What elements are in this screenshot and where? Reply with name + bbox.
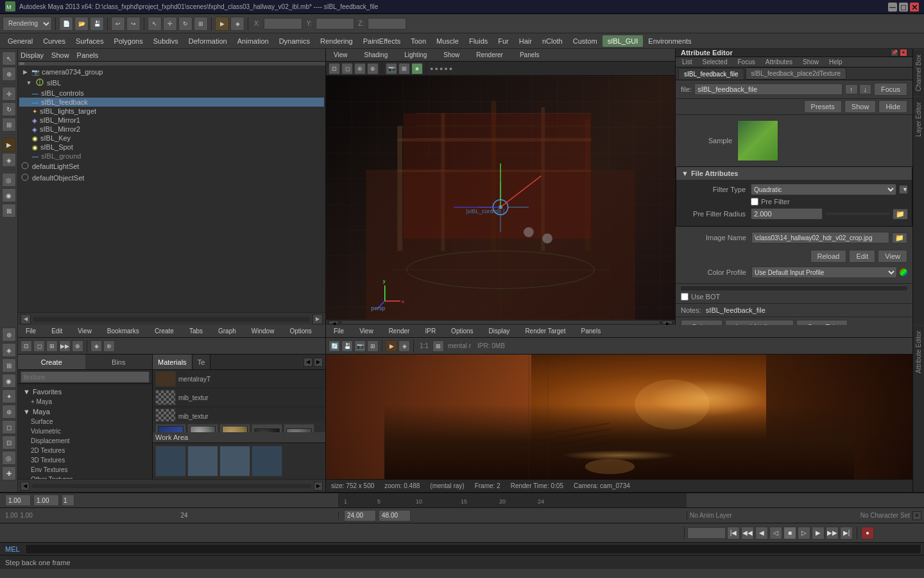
mat-thumb-5[interactable] [284, 424, 314, 432]
menu-curves[interactable]: Curves [38, 35, 71, 47]
nc-tab-create[interactable]: Create [18, 355, 85, 369]
mat-thumb-ball-1[interactable]: ball_... [155, 424, 186, 432]
rv-ipr-menu[interactable]: IPR [420, 326, 441, 337]
ae-tab-focus[interactable]: Focus [733, 57, 758, 67]
timeline-track[interactable]: 1 5 10 15 20 24 [339, 493, 687, 507]
ne-graph-menu[interactable]: Graph [213, 326, 241, 337]
menu-sibl-gui[interactable]: sIBL_GUI [603, 35, 644, 47]
vp-mode-btn[interactable]: ■ [411, 63, 423, 74]
render-current-button[interactable]: ▶ [2, 137, 16, 152]
translate-button[interactable]: ✛ [163, 17, 177, 31]
vp-view-menu[interactable]: View [329, 49, 353, 60]
tree-item-sibl-ground[interactable]: — sIBL_ground [19, 152, 324, 161]
ae-hide-button[interactable]: Hide [878, 100, 907, 113]
ae-use-bot-checkbox[interactable] [681, 293, 689, 301]
mat-thumb-ball-2[interactable]: ball_... [187, 424, 218, 432]
rv-display-menu[interactable]: Display [484, 326, 515, 337]
menu-surfaces[interactable]: Surfaces [71, 35, 108, 47]
work-thumb-1[interactable] [155, 446, 186, 477]
rv-toolbar-btn-2[interactable]: 💾 [341, 340, 353, 352]
nc-tab-bins[interactable]: Bins [85, 355, 153, 369]
ipr-tool-button[interactable]: ◈ [2, 153, 16, 167]
outliner-scroll-left[interactable]: ◀ [21, 314, 31, 324]
ae-tab-show[interactable]: Show [799, 57, 823, 67]
mat-tab-te[interactable]: Te [193, 355, 211, 369]
top-viewport-canvas[interactable]: |sIBL_controls | x y persp [326, 76, 675, 320]
tree-item-sibl-spot[interactable]: ◉ sIBL_Spot [19, 143, 324, 152]
channel-box-tab[interactable]: Channel Box [913, 49, 924, 96]
menu-rendering[interactable]: Rendering [315, 35, 358, 47]
ae-import-button[interactable]: ↑ [845, 84, 858, 94]
menu-ncloth[interactable]: nCloth [537, 35, 568, 47]
ne-toolbar-btn-3[interactable]: ⊞ [46, 340, 58, 352]
rv-ratio-btn[interactable]: ⊠ [432, 340, 444, 352]
ae-node-tab-feedback-file[interactable]: sIBL_feedback_file [678, 68, 744, 80]
lt-bottom-btn-3[interactable]: ⊞ [2, 358, 16, 372]
rv-rendertarget-menu[interactable]: Render Target [520, 326, 570, 337]
node-cat-favorites[interactable]: ▼ Favorites [21, 387, 150, 397]
menu-general[interactable]: General [3, 35, 38, 47]
lt-bottom-btn-5[interactable]: ✦ [2, 389, 16, 403]
vp-scroll-right[interactable]: ▶ [662, 320, 672, 324]
redo-button[interactable]: ↪ [126, 17, 141, 31]
ne-scroll-right[interactable]: ▶ [314, 482, 323, 491]
ae-pre-filter-folder-btn[interactable]: 📁 [893, 209, 908, 220]
ae-body-scrollbar[interactable] [681, 286, 907, 290]
fr-anim-start[interactable] [344, 510, 376, 521]
tree-item-sibl[interactable]: ▼ sIBL [19, 77, 324, 89]
ae-focus-button[interactable]: Focus [874, 83, 907, 96]
ne-tabs-menu[interactable]: Tabs [184, 326, 208, 337]
rotate-tool-button[interactable]: ↻ [2, 102, 16, 116]
transport-play-back[interactable]: ◁ [769, 527, 782, 539]
menu-muscle[interactable]: Muscle [431, 35, 464, 47]
transport-frame-display[interactable]: 2.00 [687, 527, 726, 539]
lt-bottom-btn-9[interactable]: ◎ [2, 451, 16, 465]
menu-toon[interactable]: Toon [406, 35, 431, 47]
z-input[interactable] [368, 18, 406, 30]
tree-item-default-objectset[interactable]: defaultObjectSet [19, 172, 324, 184]
transport-stop[interactable]: ■ [783, 527, 796, 539]
mib-item-1[interactable]: mentalrayT [153, 370, 325, 389]
transport-next-key[interactable]: ▶▶ [826, 527, 839, 539]
transport-skip-end[interactable]: ▶| [840, 527, 853, 539]
ae-show-button[interactable]: Show [844, 100, 877, 113]
vp-scroll-left[interactable]: ◀ [329, 320, 339, 324]
ne-toolbar-btn-5[interactable]: ⊕ [72, 340, 83, 352]
mib-item-3[interactable]: mib_textur [153, 407, 325, 421]
mel-command-input[interactable] [25, 544, 921, 554]
ae-node-tab-place2d[interactable]: sIBL_feedback_place2dTexture [746, 67, 847, 80]
outliner-scrollbar-h[interactable] [33, 317, 310, 322]
ne-create-menu[interactable]: Create [150, 326, 179, 337]
ne-toolbar-btn-6[interactable]: ◈ [90, 340, 102, 352]
work-thumb-3[interactable] [219, 446, 250, 477]
fr-anim-end[interactable] [379, 510, 411, 521]
outliner-scroll-right[interactable]: ▶ [312, 314, 323, 324]
ae-filter-type-select[interactable]: Quadratic Off Gaussian [751, 184, 896, 195]
ae-view-button[interactable]: View [878, 250, 907, 263]
move-tool-button[interactable]: ✛ [2, 87, 16, 101]
node-search-input[interactable] [21, 371, 150, 383]
fr-char-set-btn[interactable]: ≡ [912, 511, 921, 520]
tree-item-sibl-mirror1[interactable]: ◈ sIBL_Mirror1 [19, 116, 324, 125]
lt-bottom-btn-6[interactable]: ⊛ [2, 405, 16, 419]
scale-button[interactable]: ⊞ [194, 17, 208, 31]
ne-options-menu[interactable]: Options [284, 326, 316, 337]
ae-tab-list[interactable]: List [678, 57, 696, 67]
transport-play-fwd[interactable]: ▷ [798, 527, 810, 539]
vp-show-menu[interactable]: Show [438, 49, 465, 60]
mib-item-2[interactable]: mib_textur [153, 389, 325, 407]
tree-item-sibl-controls[interactable]: — sIBL_controls [19, 89, 324, 98]
node-subcat-env-textures[interactable]: Env Textures [21, 465, 150, 475]
scale-tool-button[interactable]: ⊞ [2, 118, 16, 132]
rv-toolbar-btn-1[interactable]: 🔄 [329, 340, 340, 352]
close-button[interactable]: ✕ [910, 3, 919, 12]
tree-item-default-lightset[interactable]: defaultLightSet [19, 161, 324, 172]
rv-toolbar-btn-4[interactable]: ⊞ [367, 340, 379, 352]
node-subcat-maya-plus[interactable]: + Maya [21, 397, 150, 407]
work-thumb-2[interactable] [187, 446, 218, 477]
menu-animation[interactable]: Animation [232, 35, 274, 47]
vp-toolbar-btn-3[interactable]: ⊛ [354, 63, 366, 74]
vp-panels-menu[interactable]: Panels [515, 49, 545, 60]
ae-image-name-input[interactable] [751, 232, 889, 243]
lt-bottom-btn-4[interactable]: ◉ [2, 374, 16, 388]
